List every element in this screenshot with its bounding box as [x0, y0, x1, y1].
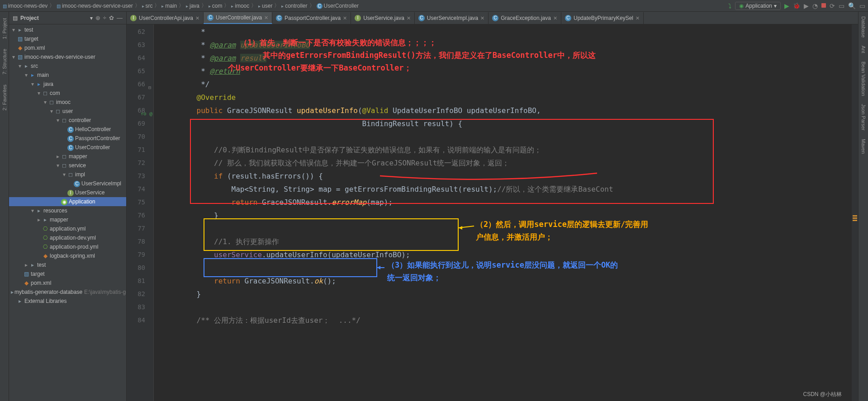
- tree-node[interactable]: ▧target: [9, 269, 126, 278]
- tree-node[interactable]: ▸External Libraries: [9, 297, 126, 306]
- package-icon: ◻: [42, 90, 49, 96]
- file-type-icon: C: [492, 15, 498, 21]
- tree-node[interactable]: ▾▸main: [9, 71, 126, 80]
- breadcrumb-item[interactable]: ▸ main: [161, 3, 177, 9]
- tree-node[interactable]: ▾▸java: [9, 80, 126, 89]
- tree-node[interactable]: CUserServiceImpl: [9, 179, 126, 188]
- tool-window-button[interactable]: Json Parser: [861, 102, 866, 132]
- tool-window-button[interactable]: 1: Project: [2, 16, 7, 41]
- editor-tab[interactable]: CPassportController.java✕: [272, 12, 351, 24]
- close-icon[interactable]: ✕: [553, 15, 557, 21]
- locate-icon[interactable]: ⊕: [95, 14, 100, 21]
- class-icon: C: [67, 135, 74, 142]
- breadcrumb-item[interactable]: ▸ java: [186, 3, 199, 9]
- profiler-icon[interactable]: ◔: [812, 2, 818, 9]
- tab-label: UserController.java: [216, 14, 262, 21]
- editor-tab[interactable]: CGraceException.java✕: [489, 12, 561, 24]
- tree-node[interactable]: ◉Application: [9, 197, 126, 206]
- tree-node[interactable]: CHelloController: [9, 125, 126, 134]
- watermark: CSDN @小桔林: [803, 391, 842, 398]
- close-icon[interactable]: ✕: [343, 15, 347, 21]
- close-icon[interactable]: ✕: [636, 15, 640, 21]
- chevron-down-icon[interactable]: ▾: [90, 15, 93, 21]
- tree-node[interactable]: IUserService: [9, 188, 126, 197]
- editor-tab[interactable]: CUpdateByPrimaryKeySel✕: [561, 12, 644, 24]
- tree-node[interactable]: ▾◻imooc: [9, 98, 126, 107]
- close-icon[interactable]: ✕: [480, 15, 484, 21]
- tree-node[interactable]: ▾▸resources: [9, 206, 126, 215]
- file-type-icon: I: [130, 15, 137, 21]
- tab-label: UserServiceImpl.java: [427, 15, 478, 21]
- tree-node[interactable]: ▾◻controller: [9, 116, 126, 125]
- breadcrumb-item[interactable]: ▸ controller: [281, 3, 307, 9]
- tree-node[interactable]: ▾◻com: [9, 89, 126, 98]
- tree-node[interactable]: ▾◻impl: [9, 170, 126, 179]
- breadcrumb-item[interactable]: ▸ src: [142, 3, 153, 9]
- breadcrumb-item[interactable]: ▸ imooc: [231, 3, 249, 9]
- gear-icon[interactable]: ✿: [109, 14, 114, 21]
- run-configuration-dropdown[interactable]: ◉ Application ▾: [735, 2, 781, 10]
- project-tree[interactable]: ▾▸test ▧target ◆pom.xml▾▧imooc-news-dev-…: [9, 24, 126, 401]
- settings-icon[interactable]: ▭: [859, 2, 865, 9]
- tree-node[interactable]: ▸mybatis-generator-databaseE:\java\mybat…: [9, 288, 126, 297]
- hide-icon[interactable]: —: [117, 14, 123, 21]
- breadcrumb-item[interactable]: ▧ imooc-news-dev-service-user: [57, 3, 133, 9]
- editor-tab[interactable]: CUserController.java✕: [204, 12, 272, 24]
- tree-node[interactable]: ▧target: [9, 34, 126, 43]
- editor-tab[interactable]: IUserControllerApi.java✕: [127, 12, 204, 24]
- editor-gutter[interactable]: 6263646566⊟6768↑o @697071727374757677787…: [127, 24, 154, 401]
- tree-node[interactable]: ⎔application.yml: [9, 224, 126, 233]
- folder-icon: ▸: [11, 289, 14, 295]
- collapse-icon[interactable]: ÷: [103, 14, 106, 21]
- tree-node[interactable]: ⎔application-dev.yml: [9, 233, 126, 242]
- class-icon: C: [73, 180, 81, 187]
- tree-node[interactable]: ▸▸test: [9, 260, 126, 269]
- editor-scrollbar-markers[interactable]: [852, 24, 858, 401]
- editor-tab-bar: IUserControllerApi.java✕CUserController.…: [127, 12, 858, 24]
- breadcrumb-item[interactable]: ▸ com: [209, 3, 222, 9]
- coverage-icon[interactable]: ▶: [804, 2, 809, 9]
- breadcrumb[interactable]: ▧ imooc-news-dev〉▧ imooc-news-dev-servic…: [3, 2, 359, 9]
- git-update-icon[interactable]: ⟳: [830, 2, 835, 9]
- tool-window-button[interactable]: Maven: [861, 137, 866, 156]
- tree-node[interactable]: ▾▸test: [9, 25, 126, 34]
- editor-code-area[interactable]: * * @param updateUserInfoBO * @param res…: [154, 24, 852, 401]
- tree-node[interactable]: ◆pom.xml: [9, 278, 126, 288]
- stop-button-icon[interactable]: [821, 3, 826, 9]
- project-tool-window: ▤ Project ▾ ⊕ ÷ ✿ — ▾▸test ▧target ◆pom.…: [9, 12, 127, 401]
- tree-node[interactable]: ⎔application-prod.yml: [9, 242, 126, 251]
- build-icon[interactable]: ⤵: [728, 2, 731, 9]
- folder-icon: ▸: [42, 217, 49, 223]
- editor-tab[interactable]: IUserService.java✕: [351, 12, 415, 24]
- tool-window-button[interactable]: Ant: [861, 44, 866, 55]
- breadcrumb-item[interactable]: ▧ imooc-news-dev: [3, 3, 47, 9]
- tree-node[interactable]: CUserController: [9, 143, 126, 152]
- tree-node[interactable]: ▸▸mapper: [9, 215, 126, 224]
- run-button-icon[interactable]: ▶: [784, 2, 789, 9]
- close-icon[interactable]: ✕: [195, 15, 199, 21]
- folder-blue-icon: ▸: [29, 72, 36, 78]
- debug-button-icon[interactable]: 🐞: [793, 2, 800, 9]
- tree-node[interactable]: ▾▧imooc-news-dev-service-user: [9, 52, 126, 61]
- tree-node[interactable]: CPassportController: [9, 134, 126, 143]
- breadcrumb-class[interactable]: CUserController: [317, 3, 359, 9]
- tree-node[interactable]: ◆logback-spring.xml: [9, 251, 126, 260]
- tree-node[interactable]: ▾◻service: [9, 161, 126, 170]
- tree-node[interactable]: ▸◻mapper: [9, 152, 126, 161]
- search-icon[interactable]: 🔍: [848, 2, 856, 9]
- close-icon[interactable]: ✕: [407, 15, 411, 21]
- breadcrumb-item[interactable]: ▸ user: [258, 3, 272, 9]
- tree-node[interactable]: ▾◻user: [9, 107, 126, 116]
- tool-window-button[interactable]: Database: [861, 14, 866, 39]
- lib-icon: ▸: [16, 298, 24, 304]
- structure-icon[interactable]: ▭: [839, 2, 844, 9]
- tree-node[interactable]: ◆pom.xml: [9, 43, 126, 52]
- package-icon: ◻: [67, 171, 74, 178]
- tool-window-button[interactable]: 2: Favorites: [2, 83, 7, 112]
- tree-node[interactable]: ▾▸src: [9, 61, 126, 71]
- tool-window-button[interactable]: 7: Structure: [2, 47, 7, 76]
- tool-window-button[interactable]: Bean Validation: [861, 60, 866, 98]
- editor-tab[interactable]: CUserServiceImpl.java✕: [415, 12, 489, 24]
- folder-icon: ▸: [23, 63, 30, 69]
- close-icon[interactable]: ✕: [264, 15, 268, 21]
